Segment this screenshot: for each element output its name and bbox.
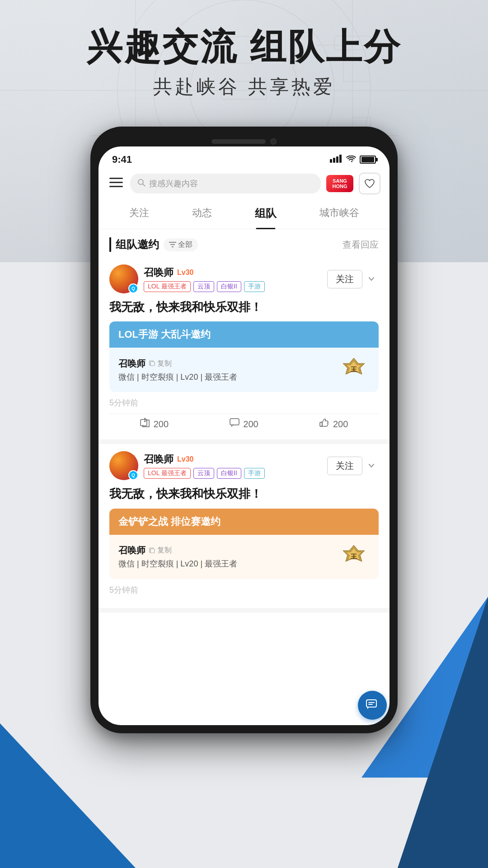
svg-rect-29 <box>320 422 322 426</box>
section-header: 组队邀约 全部 查看回应 <box>99 229 389 257</box>
share-action-1[interactable]: 200 <box>140 418 169 430</box>
app-header: 搜感兴趣内容 SANG HONG <box>99 169 389 200</box>
copy-button-2[interactable]: 复制 <box>149 546 172 555</box>
phone-frame: 9:41 <box>90 127 398 733</box>
user-detail-card-1: 召唤师 复制 微信 | 时空裂痕 | Lv20 | 最强王者 王 <box>109 348 379 392</box>
user-detail-text-1: 微信 | 时空裂痕 | Lv20 | 最强王者 <box>118 372 237 382</box>
user-name-row-1: 召唤师 Lv30 <box>144 266 265 279</box>
search-icon <box>137 179 145 189</box>
heart-button[interactable] <box>359 173 380 194</box>
follow-btn-1: 关注 <box>327 270 379 288</box>
user-level-2: Lv30 <box>177 455 193 463</box>
svg-rect-11 <box>336 156 338 163</box>
chevron-1[interactable] <box>364 272 379 286</box>
svg-rect-14 <box>109 182 123 183</box>
search-placeholder: 搜感兴趣内容 <box>149 178 198 189</box>
phone-camera <box>270 138 277 145</box>
tag-cloud-2: 云顶 <box>193 468 214 479</box>
user-detail-info-1: 召唤师 复制 微信 | 时空裂痕 | Lv20 | 最强王者 <box>118 358 237 382</box>
like-action-1[interactable]: 200 <box>319 418 348 430</box>
user-detail-name-1: 召唤师 <box>118 358 145 370</box>
svg-rect-9 <box>330 159 332 163</box>
filter-label: 全部 <box>178 240 192 250</box>
svg-line-17 <box>143 184 145 186</box>
rank-emblem-2: 王 <box>338 541 370 573</box>
avatar-wrapper-1: Q <box>109 264 138 293</box>
tab-dynamic[interactable]: 动态 <box>187 203 217 223</box>
game-card-1: LOL手游 大乱斗邀约 <box>109 321 379 348</box>
rank-emblem-1: 王 <box>338 354 370 386</box>
status-bar: 9:41 <box>99 146 389 169</box>
post-text-2: 我无敌，快来我和快乐双排！ <box>109 486 379 502</box>
user-details-2: 召唤师 Lv30 LOL 最强王者 云顶 白银II 手游 <box>144 453 265 479</box>
hero-subtitle: 共赴峡谷 共享热爱 <box>0 74 488 99</box>
copy-label-2: 复制 <box>157 546 172 555</box>
hero-title: 兴趣交流 组队上分 <box>0 27 488 67</box>
svg-rect-30 <box>150 549 155 553</box>
share-count-1: 200 <box>154 419 169 429</box>
hero-section: 兴趣交流 组队上分 共赴峡谷 共享热爱 <box>0 27 488 99</box>
tag-mobile-2: 手游 <box>244 468 265 479</box>
signal-icon <box>330 155 343 165</box>
menu-icon[interactable] <box>108 175 125 193</box>
post-header-2: Q 召唤师 Lv30 LOL 最强王者 云顶 白银II 手游 <box>109 451 379 480</box>
like-icon-1 <box>319 418 329 430</box>
user-detail-name-row-2: 召唤师 复制 <box>118 544 237 557</box>
brand-badge: SANG HONG <box>326 175 353 192</box>
post-time-1: 5分钟前 <box>109 397 379 408</box>
svg-rect-26 <box>230 419 239 425</box>
svg-rect-13 <box>109 178 123 179</box>
game-card-title-1: LOL手游 大乱斗邀约 <box>118 328 211 341</box>
follow-button-2[interactable]: 关注 <box>327 457 362 475</box>
battery-icon <box>360 156 376 164</box>
tag-rank-2: 白银II <box>217 468 241 479</box>
phone-screen: 9:41 <box>99 146 389 725</box>
user-detail-text-2: 微信 | 时空裂痕 | Lv20 | 最强王者 <box>118 558 237 569</box>
post-time-2: 5分钟前 <box>109 585 379 595</box>
tag-lol-1: LOL 最强王者 <box>144 281 191 292</box>
tag-cloud-1: 云顶 <box>193 281 214 292</box>
user-detail-info-2: 召唤师 复制 微信 | 时空裂痕 | Lv20 | 最强王者 <box>118 544 237 569</box>
svg-rect-21 <box>150 362 155 366</box>
svg-rect-15 <box>109 186 123 187</box>
post-header-1: Q 召唤师 Lv30 LOL 最强王者 云顶 白银II 手游 <box>109 264 379 293</box>
filter-button[interactable]: 全部 <box>164 238 198 251</box>
game-card-2: 金铲铲之战 排位赛邀约 <box>109 509 379 535</box>
avatar-wrapper-2: Q <box>109 451 138 480</box>
follow-button-1[interactable]: 关注 <box>327 270 362 288</box>
fab-button[interactable] <box>358 691 387 720</box>
comment-icon-1 <box>230 418 239 430</box>
tab-team[interactable]: 组队 <box>249 203 282 223</box>
user-name-row-2: 召唤师 Lv30 <box>144 453 265 466</box>
tab-city[interactable]: 城市峡谷 <box>314 203 365 223</box>
status-time: 9:41 <box>112 154 132 165</box>
copy-label-1: 复制 <box>157 359 172 368</box>
game-card-title-2: 金铲铲之战 排位赛邀约 <box>118 515 221 528</box>
user-detail-name-row-1: 召唤师 复制 <box>118 358 237 370</box>
avatar-badge-2: Q <box>128 470 138 480</box>
phone-notch <box>99 135 389 146</box>
section-title: 组队邀约 <box>109 237 159 252</box>
share-icon-1 <box>140 418 150 430</box>
svg-rect-34 <box>366 700 376 707</box>
user-level-1: Lv30 <box>177 269 193 277</box>
tag-rank-1: 白银II <box>217 281 241 292</box>
follow-btn-2: 关注 <box>327 457 379 475</box>
view-all-button[interactable]: 查看回应 <box>343 239 379 251</box>
wifi-icon <box>346 154 356 165</box>
comment-action-1[interactable]: 200 <box>230 418 258 430</box>
copy-button-1[interactable]: 复制 <box>149 359 172 368</box>
avatar-badge-1: Q <box>128 283 138 293</box>
section-title-group: 组队邀约 全部 <box>109 237 198 252</box>
user-tags-2: LOL 最强王者 云顶 白银II 手游 <box>144 468 265 479</box>
status-icons <box>330 154 376 165</box>
search-bar[interactable]: 搜感兴趣内容 <box>130 174 321 193</box>
post-card-1: Q 召唤师 Lv30 LOL 最强王者 云顶 白银II 手游 <box>99 257 389 444</box>
svg-text:王: 王 <box>351 366 357 373</box>
tab-follow[interactable]: 关注 <box>124 203 155 223</box>
user-tags-1: LOL 最强王者 云顶 白银II 手游 <box>144 281 265 292</box>
tag-lol-2: LOL 最强王者 <box>144 468 191 479</box>
svg-rect-10 <box>333 158 335 163</box>
post-card-2: Q 召唤师 Lv30 LOL 最强王者 云顶 白银II 手游 <box>99 444 389 612</box>
chevron-2[interactable] <box>364 458 379 473</box>
